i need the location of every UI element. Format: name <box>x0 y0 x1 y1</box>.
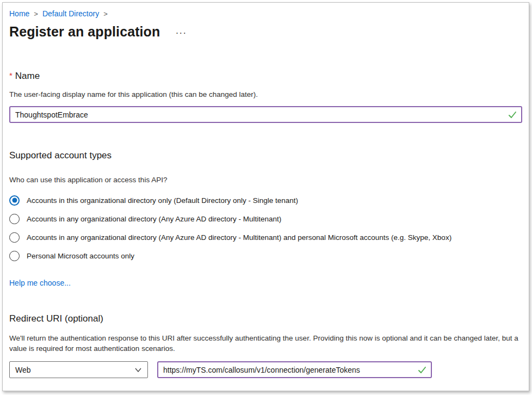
breadcrumb-separator-icon: > <box>34 10 38 18</box>
breadcrumb-home-link[interactable]: Home <box>9 9 29 18</box>
redirect-uri-description: We'll return the authentication response… <box>9 333 522 354</box>
register-application-page: Home > Default Directory > Register an a… <box>2 2 529 391</box>
page-title: Register an application <box>9 24 160 40</box>
radio-unselected-icon[interactable] <box>9 214 20 224</box>
name-input[interactable] <box>9 106 522 123</box>
chevron-down-icon <box>134 366 142 375</box>
supported-account-types-heading: Supported account types <box>9 150 522 161</box>
radio-selected-icon[interactable] <box>9 195 20 206</box>
radio-option-label: Personal Microsoft accounts only <box>27 252 134 260</box>
redirect-uri-input-wrap <box>157 361 432 378</box>
redirect-uri-section: Redirect URI (optional) We'll return the… <box>9 313 522 378</box>
account-types-question: Who can use this application or access t… <box>9 176 522 184</box>
radio-option-multitenant-personal[interactable]: Accounts in any organizational directory… <box>9 228 522 246</box>
more-options-icon[interactable]: ··· <box>175 29 187 35</box>
redirect-uri-heading: Redirect URI (optional) <box>9 313 522 324</box>
radio-option-single-tenant[interactable]: Accounts in this organizational director… <box>9 191 522 209</box>
supported-account-types-section: Supported account types Who can use this… <box>9 150 522 288</box>
redirect-uri-input[interactable] <box>157 361 432 378</box>
name-input-wrap <box>9 106 522 123</box>
radio-unselected-icon[interactable] <box>9 251 20 261</box>
name-label: *Name <box>9 71 522 82</box>
radio-unselected-icon[interactable] <box>9 232 20 243</box>
radio-option-multitenant[interactable]: Accounts in any organizational directory… <box>9 209 522 228</box>
breadcrumb: Home > Default Directory > <box>9 9 522 18</box>
help-me-choose-link[interactable]: Help me choose... <box>9 279 71 287</box>
radio-option-label: Accounts in any organizational directory… <box>27 215 281 223</box>
name-description: The user-facing display name for this ap… <box>9 90 522 98</box>
radio-option-personal-only[interactable]: Personal Microsoft accounts only <box>9 246 522 265</box>
redirect-uri-row: Web <box>9 361 522 378</box>
breadcrumb-separator-icon: > <box>103 10 108 18</box>
name-section: *Name The user-facing display name for t… <box>9 71 522 123</box>
required-marker: * <box>9 71 13 80</box>
platform-select-value: Web <box>15 366 31 374</box>
title-row: Register an application ··· <box>9 24 522 40</box>
platform-select[interactable]: Web <box>9 361 148 378</box>
breadcrumb-default-directory-link[interactable]: Default Directory <box>42 9 99 18</box>
radio-option-label: Accounts in this organizational director… <box>27 196 298 205</box>
name-label-text: Name <box>15 71 40 81</box>
account-types-radio-group: Accounts in this organizational director… <box>9 191 522 265</box>
radio-option-label: Accounts in any organizational directory… <box>27 233 451 242</box>
